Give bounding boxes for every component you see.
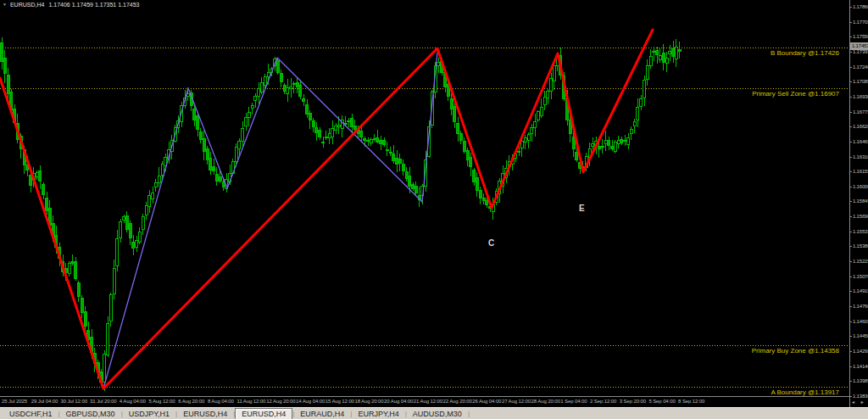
price-tick-label: 1.15845 (853, 198, 868, 204)
wave-label-e: E (579, 204, 585, 213)
price-tick-label: 1.17860 (853, 4, 868, 10)
chart-ohlc-values: 1.17406 1.17459 1.17351 1.17453 (48, 2, 139, 8)
primary-red-zigzag (0, 30, 653, 388)
tab-usdchf-h1[interactable]: USDCHF,H1 (3, 409, 58, 419)
tab-euraud-h4[interactable]: EURAUD,H4 (294, 409, 350, 419)
price-tick-label: 1.15535 (853, 229, 868, 235)
level-label: A Boundary @1.13917 (771, 388, 839, 396)
price-tick-label: 1.16310 (853, 154, 868, 160)
tab-eurusd-h4[interactable]: EURUSD,H4 (235, 408, 292, 419)
current-price-tag: 1.17453 (850, 42, 868, 50)
time-tick-label: 5 Sep 04:00 (648, 399, 675, 404)
price-tick-label: 1.16775 (853, 109, 868, 115)
price-tick-label: 1.16155 (853, 169, 868, 175)
tab-eurjpy-h4[interactable]: EURJPY,H4 (352, 409, 404, 419)
time-tick-label: 3 Sep 20:00 (620, 399, 646, 404)
tab-eurusd-h4[interactable]: EURUSD,H4 (177, 409, 233, 419)
chart-title: ▼EURUSD,H41.17406 1.17459 1.17351 1.1745… (3, 2, 139, 8)
candlestick-chart (0, 0, 849, 396)
time-tick-label: 4 Aug 04:00 (120, 399, 146, 404)
price-tick-label: 1.15070 (853, 274, 868, 280)
price-tick-label: 1.14295 (853, 349, 868, 355)
time-tick-label: 30 Jul 12:00 (60, 399, 87, 404)
time-tick-label: 2 Sep 12:00 (590, 399, 616, 404)
time-tick-label: 14 Aug 04:00 (296, 399, 325, 404)
chart-symbol-period: EURUSD,H4 (10, 2, 44, 8)
price-tick-label: 1.15380 (853, 243, 868, 249)
time-tick-label: 29 Jul 04:00 (31, 399, 58, 404)
time-tick-label: 31 Jul 20:00 (90, 399, 117, 404)
time-tick-label: 1 Sep 04:00 (560, 399, 587, 404)
price-axis[interactable]: 1.178601.177051.175501.173951.172401.170… (849, 0, 868, 407)
level-label: Primary Sell Zone @1.16907 (752, 90, 839, 98)
tab-gbpusd-m30[interactable]: GBPUSD,M30 (60, 409, 121, 419)
time-tick-label: 25 Jul 2025 (2, 399, 27, 404)
time-axis[interactable]: 25 Jul 202529 Jul 04:0030 Jul 12:0031 Ju… (0, 396, 849, 407)
price-tick-label: 1.17240 (853, 64, 868, 70)
level-label: B Boundary @1.17426 (771, 49, 839, 57)
tab-usdjpy-h1[interactable]: USDJPY,H1 (123, 409, 175, 419)
time-tick-label: 20 Aug 04:00 (384, 399, 413, 404)
chart-scroll-arrows-icon[interactable]: ◂ ▸ (852, 399, 867, 405)
wave-label-c: C (488, 238, 494, 248)
time-tick-label: 21 Aug 12:00 (414, 399, 442, 404)
price-tick-label: 1.17085 (853, 79, 868, 85)
time-tick-label: 26 Aug 04:00 (472, 399, 501, 404)
price-tick-label: 1.17705 (853, 20, 868, 25)
time-tick-label: 28 Aug 20:00 (531, 399, 560, 404)
time-tick-label: 15 Aug 12:00 (326, 399, 354, 404)
time-tick-label: 6 Aug 20:00 (178, 399, 204, 404)
price-tick-label: 1.14140 (853, 364, 868, 370)
price-tick-label: 1.16620 (853, 124, 868, 130)
price-tick-label: 1.16000 (853, 184, 868, 190)
price-tick-label: 1.14760 (853, 304, 868, 310)
price-tick-label: 1.14605 (853, 319, 868, 325)
price-tick-label: 1.14915 (853, 288, 868, 294)
time-tick-label: 27 Aug 12:00 (502, 399, 531, 404)
time-tick-label: 8 Aug 04:00 (208, 399, 234, 404)
time-tick-label: 12 Aug 20:00 (266, 399, 295, 404)
tab-audusd-m30[interactable]: AUDUSD,M30 (407, 409, 468, 419)
price-tick-label: 1.13985 (853, 378, 868, 384)
level-label: Primary Buy Zone @1.14358 (752, 347, 839, 355)
chart-canvas[interactable]: ▼EURUSD,H41.17406 1.17459 1.17351 1.1745… (0, 0, 849, 396)
chart-tab-bar: USDCHF,H1|GBPUSD,M30|USDJPY,H1|EURUSD,H4… (0, 407, 868, 419)
price-tick-label: 1.15690 (853, 214, 868, 220)
mt4-terminal-window: ▼EURUSD,H41.17406 1.17459 1.17351 1.1745… (0, 0, 868, 419)
time-tick-label: 5 Aug 12:00 (149, 399, 175, 404)
price-tick-label: 1.17550 (853, 34, 868, 40)
price-tick-label: 1.14450 (853, 333, 868, 339)
time-tick-label: 8 Sep 12:00 (678, 399, 704, 404)
time-tick-label: 11 Aug 12:00 (237, 399, 266, 404)
tab-separator: | (468, 410, 470, 417)
time-tick-label: 18 Aug 20:00 (354, 399, 383, 404)
quick-trade-expand-icon[interactable]: ▼ (3, 2, 7, 7)
price-tick-label: 1.16930 (853, 94, 868, 100)
price-tick-label: 1.15225 (853, 259, 868, 265)
time-tick-label: 22 Aug 20:00 (443, 399, 472, 404)
price-tick-label: 1.16465 (853, 139, 868, 145)
candles (1, 37, 682, 391)
